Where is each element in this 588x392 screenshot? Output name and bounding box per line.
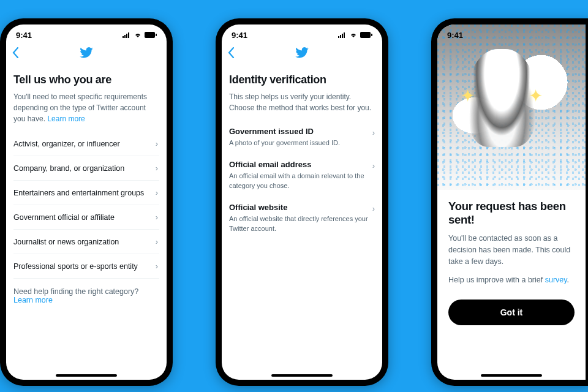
help-text: Need help finding the right category? Le…	[13, 279, 159, 304]
phone-2: 9:41 Identity verification This step hel…	[216, 18, 388, 386]
chevron-right-icon: ›	[156, 188, 158, 197]
page-subtitle: You'll need to meet specific requirement…	[13, 91, 159, 124]
content-1: Tell us who you are You'll need to meet …	[6, 65, 167, 313]
method-desc: An official website that directly refere…	[229, 214, 375, 233]
status-time: 9:41	[232, 31, 247, 40]
svg-rect-9	[344, 32, 345, 38]
category-label: Entertainers and entertainment groups	[13, 189, 144, 197]
wifi-icon	[349, 32, 358, 38]
chevron-right-icon: ›	[156, 139, 158, 148]
chevron-right-icon: ›	[156, 213, 158, 222]
svg-rect-10	[360, 32, 371, 38]
svg-rect-5	[156, 34, 157, 36]
back-button[interactable]	[12, 47, 19, 61]
method-title: Government issued ID	[229, 127, 314, 136]
twitter-logo-icon	[295, 47, 309, 61]
category-label: Government official or affiliate	[13, 213, 115, 222]
svg-rect-3	[128, 32, 129, 38]
home-indicator[interactable]	[481, 374, 542, 377]
status-time: 9:41	[447, 31, 463, 40]
battery-icon	[145, 32, 157, 38]
method-desc: A photo of your goverment issued ID.	[229, 138, 375, 148]
survey-link[interactable]: survey	[545, 276, 567, 284]
screen-3: 9:41 Your request has been sent! You'll …	[437, 24, 586, 380]
method-item-email[interactable]: Official email address › An official ema…	[229, 154, 375, 197]
svg-rect-7	[340, 35, 341, 38]
svg-rect-11	[371, 34, 372, 36]
category-item-journalist[interactable]: Journalist or news organization›	[13, 230, 159, 254]
help-text-label: Need help finding the right category?	[13, 287, 138, 296]
sent-body: You'll be contacted as soon as a decisio…	[448, 233, 575, 267]
sent-title: Your request has been sent!	[448, 200, 575, 227]
category-item-activist[interactable]: Activist, organizer, or influencer›	[13, 132, 159, 156]
hero-astronaut-image	[437, 24, 586, 190]
phone-3: 9:41 Your request has been sent! You'll …	[431, 18, 588, 386]
phone-row: 9:41 Tell us who you are You'll need	[0, 18, 588, 386]
status-bar: 9:41	[437, 24, 586, 43]
screen-1: 9:41 Tell us who you are You'll need	[6, 24, 167, 380]
category-item-government[interactable]: Government official or affiliate›	[13, 205, 159, 230]
back-button[interactable]	[228, 47, 235, 61]
learn-more-link[interactable]: Learn more	[47, 115, 85, 123]
category-item-sports[interactable]: Professional sports or e-sports entity›	[13, 254, 159, 279]
svg-rect-2	[126, 34, 127, 38]
chevron-left-icon	[228, 47, 235, 58]
chevron-right-icon: ›	[372, 161, 375, 170]
method-item-website[interactable]: Official website › An official website t…	[229, 197, 375, 239]
battery-icon	[360, 32, 372, 38]
signal-icon	[338, 32, 347, 38]
category-list: Activist, organizer, or influencer› Comp…	[13, 132, 159, 279]
content-3: Your request has been sent! You'll be co…	[437, 190, 586, 335]
status-icons	[123, 32, 157, 38]
method-item-gov-id[interactable]: Government issued ID › A photo of your g…	[229, 121, 375, 154]
nav-bar	[222, 43, 382, 65]
chevron-right-icon: ›	[156, 262, 158, 271]
status-time: 9:41	[16, 31, 32, 40]
status-bar: 9:41	[222, 24, 382, 43]
category-item-entertainers[interactable]: Entertainers and entertainment groups›	[13, 181, 159, 205]
signal-icon	[123, 32, 131, 38]
content-2: Identity verification This step helps us…	[222, 65, 382, 248]
svg-rect-6	[338, 36, 339, 38]
category-label: Activist, organizer, or influencer	[13, 140, 120, 148]
chevron-right-icon: ›	[156, 237, 158, 246]
status-bar: 9:41	[6, 24, 167, 43]
chevron-right-icon: ›	[372, 128, 375, 137]
nav-bar	[6, 43, 167, 65]
phone-1: 9:41 Tell us who you are You'll need	[0, 18, 173, 386]
svg-rect-0	[123, 36, 124, 38]
status-icons	[338, 32, 372, 38]
page-title: Identity verification	[229, 74, 375, 86]
screen-2: 9:41 Identity verification This step hel…	[222, 24, 382, 380]
help-learn-more-link[interactable]: Learn more	[13, 296, 53, 304]
chevron-left-icon	[12, 47, 19, 58]
method-title: Official email address	[229, 160, 311, 169]
page-subtitle: This step helps us verify your identity.…	[229, 91, 375, 113]
category-label: Company, brand, or organization	[13, 164, 124, 173]
category-item-company[interactable]: Company, brand, or organization›	[13, 156, 159, 181]
svg-rect-4	[145, 32, 155, 38]
home-indicator[interactable]	[56, 374, 117, 377]
home-indicator[interactable]	[271, 374, 333, 377]
got-it-button[interactable]: Got it	[448, 300, 575, 325]
survey-prompt: Help us improve with a brief survey.	[448, 274, 575, 286]
survey-dot: .	[567, 276, 569, 284]
category-label: Professional sports or e-sports entity	[13, 262, 138, 271]
wifi-icon	[134, 32, 142, 38]
svg-rect-8	[342, 34, 343, 38]
method-title: Official website	[229, 203, 287, 212]
method-desc: An official email with a domain relevant…	[229, 172, 375, 190]
chevron-right-icon: ›	[156, 164, 158, 173]
twitter-logo-icon	[80, 47, 93, 61]
svg-rect-1	[124, 35, 126, 38]
methods-list: Government issued ID › A photo of your g…	[229, 121, 375, 239]
chevron-right-icon: ›	[372, 204, 375, 213]
survey-text: Help us improve with a brief	[448, 276, 543, 284]
category-label: Journalist or news organization	[13, 238, 119, 246]
page-title: Tell us who you are	[13, 74, 159, 86]
